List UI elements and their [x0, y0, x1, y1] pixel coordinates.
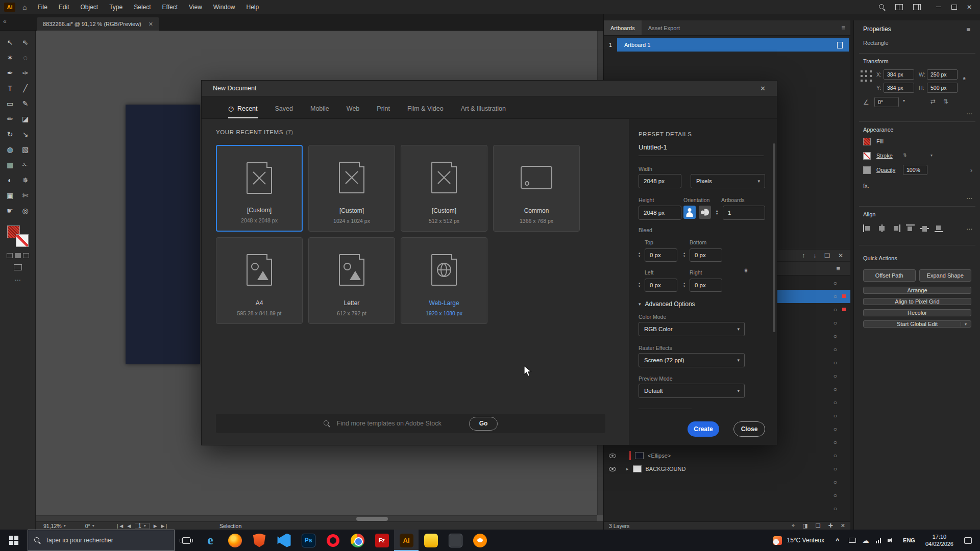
fill-color-swatch[interactable]: [863, 138, 871, 145]
y-input[interactable]: 384 px: [884, 83, 914, 93]
layer-target-icon[interactable]: ○: [834, 465, 837, 472]
expand-arrow-icon[interactable]: ▸: [626, 466, 629, 471]
layer-target-icon[interactable]: ○: [834, 359, 837, 366]
arrange-documents-icon[interactable]: [913, 4, 921, 10]
preset-card-common-3[interactable]: Common1366 x 768 px: [493, 145, 580, 232]
height-input[interactable]: 2048 px: [639, 206, 681, 220]
direct-selection-tool[interactable]: ⇖: [18, 35, 33, 50]
illustrator-logo[interactable]: Ai: [4, 3, 15, 12]
visibility-eye-icon[interactable]: [609, 454, 616, 458]
raster-effects-dropdown[interactable]: Screen (72 ppi) ▾: [639, 353, 745, 367]
artboards-input[interactable]: 1: [723, 206, 765, 220]
taskbar-app-edge[interactable]: e: [198, 530, 223, 551]
opacity-options-chevron-icon[interactable]: ›: [970, 167, 972, 174]
rotate-tool[interactable]: ↻: [3, 127, 18, 142]
align-left-icon[interactable]: [863, 224, 872, 232]
language-indicator[interactable]: ENG: [898, 537, 920, 543]
taskbar-app-dark-app[interactable]: [443, 530, 468, 551]
w-input[interactable]: 250 px: [927, 69, 958, 80]
bleed-bottom-stepper[interactable]: ▴▾: [683, 252, 685, 258]
taskbar-app-firefox[interactable]: [223, 530, 247, 551]
task-view-button[interactable]: [175, 530, 198, 551]
symbol-sprayer-tool[interactable]: ✵: [18, 172, 33, 188]
color-mode-dropdown[interactable]: RGB Color ▾: [639, 322, 745, 336]
layer-row-after-1[interactable]: ○: [604, 489, 850, 502]
taskbar-app-photoshop[interactable]: Ps: [296, 530, 321, 551]
stroke-color-swatch[interactable]: [863, 152, 871, 160]
layer-row-after-0[interactable]: ○: [604, 475, 850, 489]
artboard-number-dropdown[interactable]: 1 ▾: [135, 523, 150, 529]
align-vertical-center-icon[interactable]: [920, 224, 929, 232]
layer-target-icon[interactable]: ○: [834, 479, 837, 486]
dialog-tab-web[interactable]: Web: [347, 105, 359, 118]
bleed-bottom-input[interactable]: 0 px: [690, 248, 722, 262]
visibility-eye-icon[interactable]: [609, 467, 616, 471]
menu-item-object[interactable]: Object: [75, 0, 104, 14]
preset-card-web-large-6[interactable]: Web-Large1920 x 1080 px: [401, 237, 487, 324]
volume-tray-icon[interactable]: [888, 537, 894, 543]
layer-target-icon[interactable]: ○: [834, 372, 837, 380]
stroke-stepper-icon[interactable]: ⇅: [903, 153, 907, 158]
taskbar-search-box[interactable]: Taper ici pour rechercher: [28, 530, 175, 551]
menu-item-file[interactable]: File: [32, 0, 53, 14]
dialog-tab-print[interactable]: Print: [377, 105, 390, 118]
first-artboard-icon[interactable]: ❘◀: [116, 523, 123, 529]
horizontal-scrollbar[interactable]: [36, 515, 597, 521]
adobe-stock-search-bar[interactable]: Find more templates on Adobe Stock Go: [216, 414, 605, 433]
bleed-left-stepper[interactable]: ▴▾: [639, 282, 640, 288]
hidden-icons-chevron-icon[interactable]: ^: [830, 537, 845, 544]
layer-row-background[interactable]: ▸BACKGROUND○: [604, 462, 850, 475]
layer-target-icon[interactable]: ○: [834, 425, 837, 433]
close-dialog-button[interactable]: Close: [733, 421, 765, 437]
start-button[interactable]: [0, 530, 28, 551]
panel-menu-icon[interactable]: ≡: [966, 26, 970, 33]
preview-mode-dropdown[interactable]: Default ▾: [639, 384, 745, 398]
dialog-close-icon[interactable]: ✕: [760, 85, 766, 92]
qa-arrange-button[interactable]: Arrange: [863, 287, 971, 294]
dialog-tab-saved[interactable]: Saved: [275, 105, 293, 118]
previous-artboard-icon[interactable]: ◀: [127, 523, 131, 529]
preset-card-letter-5[interactable]: Letter612 x 792 pt: [308, 237, 395, 324]
pen-tool[interactable]: ✒: [3, 65, 18, 81]
lasso-tool[interactable]: ◌: [18, 50, 33, 65]
opacity-input[interactable]: 100%: [903, 165, 927, 175]
layer-target-icon[interactable]: ○: [834, 505, 837, 512]
dialog-tab-art-illustration[interactable]: Art & Illustration: [461, 105, 506, 118]
home-icon[interactable]: ⌂: [22, 3, 27, 11]
preset-card-custom-2[interactable]: [Custom]512 x 512 px: [401, 145, 487, 232]
taskbar-app-filezilla[interactable]: Fz: [370, 530, 394, 551]
rectangle-tool[interactable]: ▭: [3, 96, 18, 111]
eyedropper-tool[interactable]: ✁: [18, 157, 33, 172]
bleed-right-input[interactable]: 0 px: [690, 279, 722, 292]
document-tab-close-icon[interactable]: ✕: [149, 21, 153, 28]
more-align-dots-icon[interactable]: ⋯: [966, 226, 972, 233]
mesh-tool[interactable]: ▦: [3, 157, 18, 172]
bleed-top-stepper[interactable]: ▴▾: [639, 252, 640, 258]
move-down-icon[interactable]: ↓: [813, 252, 816, 259]
layer-target-icon[interactable]: ○: [834, 399, 837, 406]
taskbar-app-vscode[interactable]: [272, 530, 296, 551]
move-up-icon[interactable]: ↑: [802, 252, 805, 259]
layer-target-icon[interactable]: ○: [834, 333, 837, 340]
delete-layer-icon[interactable]: ✕: [841, 522, 845, 529]
restore-button[interactable]: [946, 0, 962, 14]
preset-card-custom-1[interactable]: [Custom]1024 x 1024 px: [308, 145, 395, 232]
type-tool[interactable]: T: [3, 81, 18, 96]
opacity-link-label[interactable]: Opacity: [876, 167, 895, 173]
curvature-tool[interactable]: ✑: [18, 65, 33, 81]
workspace-switcher-icon[interactable]: [895, 4, 903, 10]
qa-align-to-pixel-grid-button[interactable]: Align to Pixel Grid: [863, 298, 971, 305]
edit-toolbar-dots-icon[interactable]: ⋯: [0, 277, 35, 284]
layer-target-icon[interactable]: ○: [834, 452, 837, 459]
next-artboard-icon[interactable]: ▶: [154, 523, 157, 529]
more-options-dots-icon[interactable]: ⋯: [966, 195, 972, 202]
preset-card-a4-4[interactable]: A4595.28 x 841.89 pt: [216, 237, 303, 324]
layer-target-icon[interactable]: ○: [834, 319, 837, 327]
x-input[interactable]: 384 px: [884, 69, 914, 80]
menu-item-window[interactable]: Window: [208, 0, 241, 14]
fx-label[interactable]: fx.: [863, 183, 869, 189]
horizontal-scrollbar-thumb[interactable]: [356, 517, 388, 521]
document-tab[interactable]: 8832266.ai* @ 91,12 % (RGB/Preview) ✕: [37, 17, 159, 31]
zoom-tool[interactable]: ◎: [18, 203, 33, 218]
artboards-stepper[interactable]: ▴▾: [716, 209, 718, 215]
